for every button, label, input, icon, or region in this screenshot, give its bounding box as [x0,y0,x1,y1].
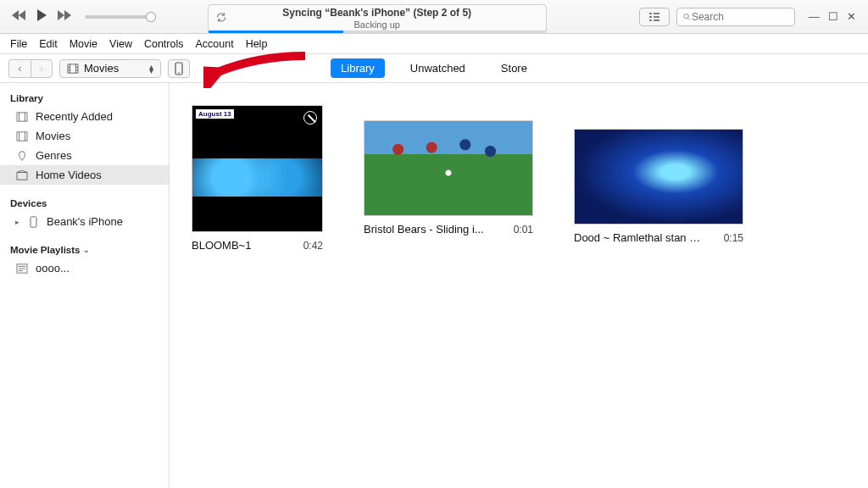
menu-file[interactable]: File [10,38,27,50]
menu-bar: File Edit Movie View Controls Account He… [0,34,868,54]
lcd-title: Syncing “Beank's iPhone” (Step 2 of 5) [282,7,471,19]
category-label: Movies [84,62,119,75]
video-thumbnail[interactable] [574,129,743,225]
video-item[interactable]: Bristol Bears - Sliding i... 0:01 [364,105,533,236]
svg-rect-1 [68,64,78,72]
forward-button[interactable]: › [31,59,53,78]
video-title: Bristol Bears - Sliding i... [364,223,484,236]
chevron-updown-icon: ▴▾ [149,64,153,73]
video-title: BLOOMB~1 [192,239,251,252]
video-duration: 0:42 [303,240,323,252]
sidebar-header-devices: Devices [0,195,169,212]
sidebar-item-label: Genres [36,149,72,162]
sidebar-item-label: Home Videos [36,169,102,181]
search-box[interactable] [676,8,795,26]
genres-icon [15,150,29,162]
svg-point-3 [178,72,180,74]
menu-controls[interactable]: Controls [144,38,184,50]
right-toolbar: — ☐ ✕ [639,8,868,26]
video-thumbnail[interactable]: August 13 [192,105,323,232]
maximize-button[interactable]: ☐ [828,10,838,23]
sidebar-item-genres[interactable]: Genres [0,146,169,165]
sidebar: Library Recently Added Movies Genres Hom… [0,83,170,488]
sidebar-item-home-videos[interactable]: Home Videos [0,165,169,185]
annotation-arrow [203,49,314,88]
content-grid: August 13 BLOOMB~1 0:42 Bristol Bears - … [170,83,868,488]
sync-progress-bar [209,30,546,33]
disclosure-triangle-icon[interactable]: ▸ [15,218,19,226]
menu-help[interactable]: Help [246,38,268,50]
close-button[interactable]: ✕ [847,10,856,23]
sidebar-item-device[interactable]: ▸ Beank's iPhone [0,212,169,231]
video-thumbnail[interactable] [364,120,533,216]
date-badge: August 13 [196,109,234,119]
playlist-icon [15,263,29,274]
volume-slider[interactable] [85,15,151,19]
sidebar-item-movies[interactable]: Movies [0,126,169,146]
sync-icon [215,11,227,25]
svg-rect-6 [17,172,27,180]
video-duration: 0:01 [514,224,533,236]
film-icon [67,64,79,74]
list-view-button[interactable] [639,8,670,26]
tab-store[interactable]: Store [491,58,537,78]
video-item[interactable]: August 13 BLOOMB~1 0:42 [192,105,323,252]
back-button[interactable]: ‹ [8,59,31,78]
iphone-icon [175,62,183,75]
svg-point-0 [684,14,688,18]
svg-rect-4 [17,112,27,120]
tab-library[interactable]: Library [331,58,385,78]
view-tabs: Library Unwatched Store [331,58,537,78]
menu-view[interactable]: View [109,38,132,50]
film-icon [15,111,29,123]
sidebar-item-recently-added[interactable]: Recently Added [0,107,169,126]
play-button[interactable] [34,8,49,25]
video-title: Dood ~ Ramlethal stan acco... [574,231,701,244]
unplayed-badge-icon [303,111,317,125]
sidebar-item-label: Beank's iPhone [47,215,123,228]
home-video-icon [15,169,29,181]
sidebar-item-label: Recently Added [36,110,113,123]
media-category-selector[interactable]: Movies ▴▾ [59,59,161,78]
sidebar-item-label: Movies [36,130,70,142]
lcd-subtitle: Backing up [353,19,399,30]
iphone-icon [26,216,40,228]
playback-controls [0,8,161,25]
previous-track-button[interactable] [10,9,27,24]
next-track-button[interactable] [56,9,73,24]
minimize-button[interactable]: — [809,10,820,23]
window-controls: — ☐ ✕ [802,10,863,23]
search-icon [682,12,692,22]
sidebar-item-label: oooo... [36,262,70,274]
video-item[interactable]: Dood ~ Ramlethal stan acco... 0:15 [574,105,743,244]
menu-account[interactable]: Account [195,38,233,50]
status-lcd: Syncing “Beank's iPhone” (Step 2 of 5) B… [208,4,547,33]
tab-unwatched[interactable]: Unwatched [400,58,476,78]
svg-rect-5 [17,131,27,140]
menu-edit[interactable]: Edit [39,38,58,50]
sidebar-header-playlists[interactable]: Movie Playlists ⌄ [0,241,169,258]
video-duration: 0:15 [724,232,743,244]
device-button[interactable] [168,59,190,78]
search-input[interactable] [692,11,789,23]
player-bar: Syncing “Beank's iPhone” (Step 2 of 5) B… [0,0,868,34]
sidebar-item-playlist[interactable]: oooo... [0,258,169,278]
film-icon [15,130,29,142]
svg-rect-7 [31,216,36,226]
menu-movie[interactable]: Movie [70,38,97,50]
sidebar-header-library: Library [0,90,169,107]
navigation-toolbar: ‹ › Movies ▴▾ Library Unwatched Store [0,54,868,83]
chevron-down-icon: ⌄ [83,246,90,254]
